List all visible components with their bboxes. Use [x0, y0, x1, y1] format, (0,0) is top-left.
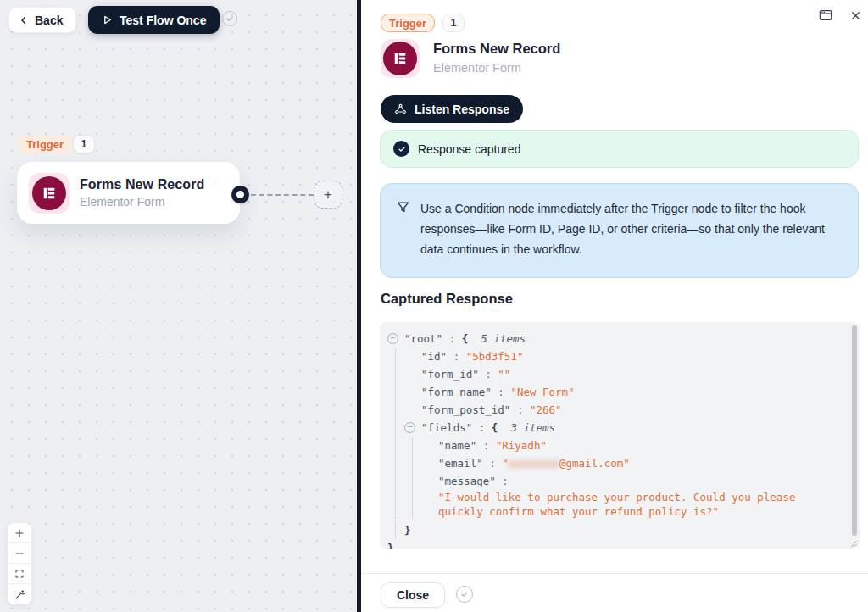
chevron-left-icon [19, 15, 29, 25]
app-window: Back Test Flow Once Trigger 1 Forms New … [0, 0, 868, 612]
json-line: "form_name" : "New Form" [387, 383, 844, 401]
panel-trigger-badge: Trigger [381, 14, 435, 32]
zoom-in-button[interactable] [8, 523, 31, 543]
minus-icon [14, 548, 25, 559]
json-line: "id" : "5bd3f51" [387, 348, 844, 365]
node-title: Forms New Record [80, 175, 204, 194]
node-forms-new-record[interactable]: Forms New Record Elementor Form [17, 162, 240, 224]
collapse-icon[interactable]: − [387, 333, 398, 344]
response-captured-banner: Response captured [380, 130, 859, 168]
panel-subtitle: Elementor Form [433, 61, 521, 75]
magic-wand-icon [14, 589, 25, 600]
add-node-button[interactable]: + [314, 181, 342, 209]
back-button-label: Back [35, 14, 63, 27]
condition-hint-box: Use a Condition node immediately after t… [380, 183, 859, 278]
footer-check-icon [456, 586, 473, 603]
trigger-detail-panel: Trigger 1 Forms New Record Elementor For… [361, 0, 868, 612]
test-flow-once-label: Test Flow Once [120, 14, 206, 27]
success-check-icon [393, 141, 409, 157]
json-line: −"fields" : { 3 items [387, 419, 844, 437]
test-flow-once-button[interactable]: Test Flow Once [88, 6, 220, 34]
node-subtitle: Elementor Form [80, 194, 204, 210]
listen-response-button[interactable]: Listen Response [381, 95, 523, 123]
filter-icon [396, 200, 410, 214]
elementor-icon [29, 173, 70, 214]
popout-window-button[interactable] [817, 8, 834, 23]
resize-handle-icon[interactable] [850, 540, 858, 548]
captured-response-title: Captured Response [381, 291, 513, 307]
saved-check-icon [222, 11, 237, 26]
json-lines: −"root" : { 5 items"id" : "5bd3f51""form… [387, 330, 844, 549]
scrollbar-thumb[interactable] [852, 325, 857, 536]
json-line: "form_post_id" : "266" [387, 401, 844, 419]
condition-hint-text: Use a Condition node immediately after t… [420, 198, 837, 277]
panel-trigger-count-badge: 1 [442, 14, 465, 32]
close-icon [850, 10, 861, 21]
webhook-icon [394, 103, 407, 115]
listen-response-label: Listen Response [415, 103, 509, 116]
panel-title: Forms New Record [433, 41, 560, 57]
close-panel-button[interactable] [849, 8, 863, 23]
response-captured-text: Response captured [418, 142, 520, 156]
json-response-viewer[interactable]: −"root" : { 5 items"id" : "5bd3f51""form… [380, 322, 860, 549]
close-button[interactable]: Close [381, 582, 445, 608]
elementor-icon [381, 39, 420, 78]
json-line: "name" : "Riyadh" [387, 437, 844, 454]
zoom-out-button[interactable] [8, 543, 31, 564]
trigger-count-badge: 1 [73, 135, 95, 153]
json-line: "email" : "xxxxxxxx@gmail.com" [387, 454, 844, 472]
footer-divider [361, 573, 868, 574]
json-line: } [387, 539, 844, 549]
json-line: "form_id" : "" [387, 365, 844, 383]
auto-layout-button[interactable] [8, 584, 31, 604]
fit-view-icon [14, 569, 25, 579]
window-icon [819, 9, 832, 21]
json-line: } [387, 521, 844, 539]
json-line: "message" : [387, 472, 844, 490]
json-line: −"root" : { 5 items [387, 330, 844, 348]
plus-icon [14, 528, 25, 538]
back-button[interactable]: Back [8, 7, 76, 33]
trigger-badge: Trigger [19, 136, 71, 153]
flow-canvas[interactable]: Back Test Flow Once Trigger 1 Forms New … [0, 0, 357, 612]
node-output-port[interactable] [231, 186, 249, 203]
fit-view-button[interactable] [8, 564, 31, 584]
canvas-zoom-controls [7, 522, 32, 605]
json-line: "I would like to purchase your product. … [387, 490, 844, 521]
play-icon [102, 14, 113, 25]
connector-dashed-line [251, 194, 314, 196]
